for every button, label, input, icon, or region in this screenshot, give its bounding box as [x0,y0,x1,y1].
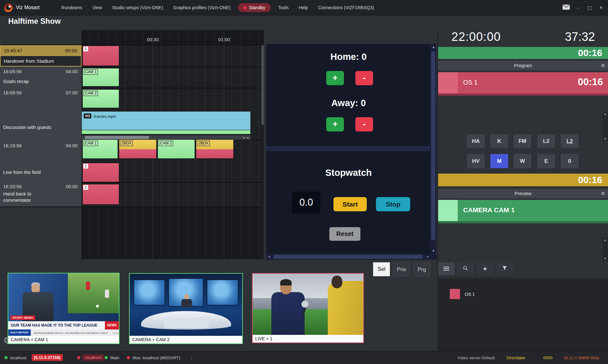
monitor-camera-cam1[interactable]: SPORT NEWS OUR TEAM HAS MADE IT TO THE T… [8,273,120,344]
stopwatch-title: Stopwatch [266,168,431,178]
panel-horizontal-scrollbar[interactable]: ◄ ► [266,254,437,260]
studio-screen [134,280,165,305]
monitor-tab-prw[interactable]: Prw [393,262,410,276]
scroll-up-icon[interactable]: ▲ [603,112,608,115]
keyer-button-fm[interactable]: FM [514,134,531,148]
keyer-button-w[interactable]: W [514,154,531,168]
close-button[interactable]: ✕ [598,5,604,10]
clip-voiceover[interactable]: VO frames.mp4 [81,111,251,130]
preview-settings-gear-icon[interactable]: ⚙ [601,189,605,198]
story-title: Goals recap [3,79,29,84]
menu-graphics-profiles[interactable]: Graphics profiles (Vizrt-ONE) [168,3,236,12]
program-header-label: Program [514,63,532,68]
story-row-handover-selected[interactable]: 15:45:47 00:00 Handover from Stadium [0,45,81,67]
menu-tools[interactable]: Tools [273,3,294,12]
minimize-button[interactable]: – [575,5,581,10]
clip-2box[interactable]: 2BOX [196,139,234,159]
standby-button[interactable]: Standby [238,3,270,12]
ruler-label-0100: 01:00 [218,37,230,42]
keyer-button-hv[interactable]: HV [467,154,485,168]
home-plus-button[interactable]: + [326,71,344,85]
scroll-right-icon[interactable]: ► [427,255,429,258]
menu-view[interactable]: View [87,3,107,12]
keyer-button-0[interactable]: 0 [561,154,579,168]
search-icon [463,265,468,272]
panel-vertical-scrollbar[interactable] [430,44,436,254]
scroll-right-icon[interactable]: ► [247,136,249,139]
stopwatch-reset-button[interactable]: Reset [329,227,360,241]
story-row-goals-recap[interactable]: 16:05:56 04:00 Goals recap [0,67,81,88]
keyer-button-e[interactable]: E [537,154,555,168]
tab-asset-list[interactable] [438,262,455,275]
keyer-button-l2[interactable]: L2 [537,134,555,148]
monitor-tab-prg[interactable]: Prg [413,262,430,276]
clip-number-badge: 1 [83,185,88,190]
menu-studio-setups[interactable]: Studio setups (Vizrt-ONE) [107,3,168,12]
clip-cam2[interactable]: CAM 2 [158,139,195,159]
panel-scrollbar[interactable]: ▲ ▼ [603,112,608,141]
program-settings-gear-icon[interactable]: ⚙ [601,61,605,70]
tab-favorites[interactable]: ★ [477,262,493,275]
away-plus-button[interactable]: + [326,117,344,131]
tab-search[interactable] [457,262,474,275]
clip-cam1[interactable]: CAM 1 [82,139,118,159]
scroll-down-icon[interactable]: ▼ [603,137,608,140]
clip-take-1[interactable]: 1 [82,46,119,66]
scrollbar-thumb[interactable] [273,255,423,259]
story-duration: 00:00 [65,48,77,53]
scrollbar-thumb[interactable] [431,51,435,240]
row-separator [0,207,264,207]
scroll-up-icon[interactable]: ▲ [603,239,608,241]
asset-list-item[interactable]: OS 1 [465,292,475,297]
preview-timer: 00:16 [438,174,608,186]
preview-header-label: Preview [514,191,531,196]
tab-filter[interactable] [496,262,513,275]
story-row-live-field[interactable]: 16:16:56 04:00 Live from the field [0,139,81,182]
clip-cam1[interactable]: CAM 1 [82,68,119,86]
menubar-right: – □ ✕ [562,4,604,11]
messages-envelope-icon[interactable] [562,4,570,11]
stopwatch-start-button[interactable]: Start [333,197,367,211]
video-server-label: Video server Default [457,355,495,360]
keyer-button-ha[interactable]: HA [467,134,485,148]
main-menu: Rundowns View Studio setups (Vizrt-ONE) … [56,3,379,12]
keyer-button-l2-alt[interactable]: L2 [561,134,579,148]
monitor-label: CAMERA + CAM 1 [8,336,119,343]
preview-source-label: CAMERA CAM 1 [463,206,515,214]
clip-cam2[interactable]: CAM 2 [82,89,119,108]
keyer-button-m-active[interactable]: M [490,154,508,168]
directtake-value: 0000 [543,355,553,360]
scroll-down-icon[interactable]: ▼ [432,249,435,252]
clip-horizontal-scrollbar[interactable]: ◄ ► [81,135,251,140]
stopwatch-stop-button[interactable]: Stop [376,197,410,211]
clip-take-1[interactable]: 1 [82,163,119,182]
scroll-left-icon[interactable]: ◄ [243,136,245,139]
away-minus-button[interactable]: - [355,117,373,131]
menu-rundowns[interactable]: Rundowns [56,3,87,12]
program-color-swatch [438,72,458,93]
story-row-hand-back[interactable]: 16:20:56 00:00 Hand back to commentator [0,182,81,207]
keyer-button-k[interactable]: K [490,134,508,148]
scroll-up-icon[interactable]: ▲ [432,45,435,48]
timeline-vertical-scrollbar[interactable] [261,45,264,259]
home-minus-button[interactable]: - [355,71,373,85]
menu-help[interactable]: Help [294,3,313,12]
panel-scrollbar[interactable]: ▲ ▼ [603,238,608,261]
story-row-discussion[interactable]: 16:09:56 07:00 Discussion with guests [0,88,81,139]
scrollbar-thumb[interactable] [262,45,264,125]
menu-connections[interactable]: Connections (VIZF1RBSQ3) [313,3,379,12]
monitor-camera-cam2[interactable]: CAMERA + CAM 2 [129,273,243,344]
story-start-time: 16:05:56 [3,69,22,74]
lower-third-headline: OUR TEAM HAS MADE IT TO THE TOP LEAGUE N… [8,321,119,329]
scrollbar-thumb[interactable] [85,136,149,139]
maximize-button[interactable]: □ [586,5,593,10]
scroll-down-icon[interactable]: ▼ [603,257,608,260]
interviewee-figure [271,292,305,335]
scroll-left-icon[interactable]: ◄ [268,255,270,258]
monitor-tab-sel[interactable]: Sel [373,262,390,276]
panel-divider [266,146,431,151]
clip-take-1[interactable]: 1 [82,184,119,205]
monitor-live-1[interactable]: LIVE + 1 [252,273,364,343]
clip-2box[interactable]: 2BOX [119,139,157,159]
filter-icon [502,266,507,271]
